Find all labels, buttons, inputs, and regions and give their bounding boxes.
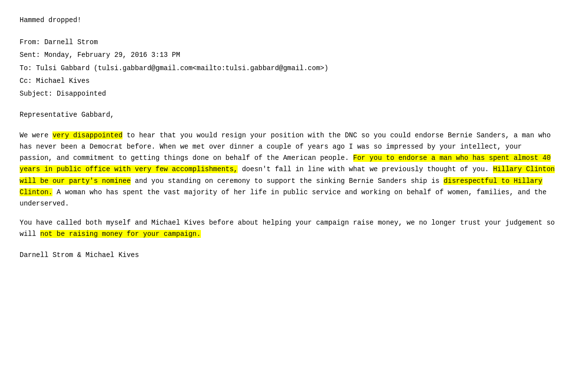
cc-line: Cc: Michael Kives	[20, 76, 559, 86]
email-preheader: Hammed dropped!	[20, 15, 559, 26]
highlight-very-disappointed: very disappointed	[52, 131, 122, 139]
para1-text3: doesn't fall in line with what we previo…	[238, 165, 493, 173]
signature-text: Darnell Strom & Michael Kives	[20, 251, 139, 259]
from-line: From: Darnell Strom	[20, 37, 559, 48]
cc-value: Michael Kives	[36, 77, 90, 85]
sent-line: Sent: Monday, February 29, 2016 3:13 PM	[20, 50, 559, 60]
email-container: Hammed dropped! From: Darnell Strom Sent…	[20, 15, 559, 260]
para1-text1: We were	[20, 131, 52, 139]
paragraph-1: We were very disappointed to hear that y…	[20, 130, 559, 209]
subject-line: Subject: Disappointed	[20, 88, 559, 99]
sent-value: Monday, February 29, 2016 3:13 PM	[44, 51, 180, 59]
email-signature: Darnell Strom & Michael Kives	[20, 250, 559, 260]
salutation-text: Representative Gabbard,	[20, 111, 114, 119]
to-line: To: Tulsi Gabbard (tulsi.gabbard@gmail.c…	[20, 63, 559, 74]
subject-label: Subject:	[20, 90, 57, 98]
from-value: Darnell Strom	[44, 38, 98, 46]
para1-text5: A woman who has spent the vast majority …	[20, 188, 546, 207]
cc-label: Cc:	[20, 77, 36, 85]
email-salutation: Representative Gabbard,	[20, 109, 559, 120]
paragraph-2: You have called both myself and Michael …	[20, 217, 559, 240]
from-label: From:	[20, 38, 44, 46]
email-body: We were very disappointed to hear that y…	[20, 130, 559, 240]
to-label: To:	[20, 64, 36, 72]
to-value: Tulsi Gabbard (tulsi.gabbard@gmail.com<m…	[36, 64, 329, 72]
subject-value: Disappointed	[57, 90, 106, 98]
sent-label: Sent:	[20, 51, 44, 59]
highlight-not-raising-money: not be raising money for your campaign.	[40, 230, 201, 238]
preheader-text: Hammed dropped!	[20, 16, 81, 24]
para1-text4: and you standing on ceremony to support …	[131, 177, 444, 185]
email-header: Hammed dropped! From: Darnell Strom Sent…	[20, 15, 559, 100]
